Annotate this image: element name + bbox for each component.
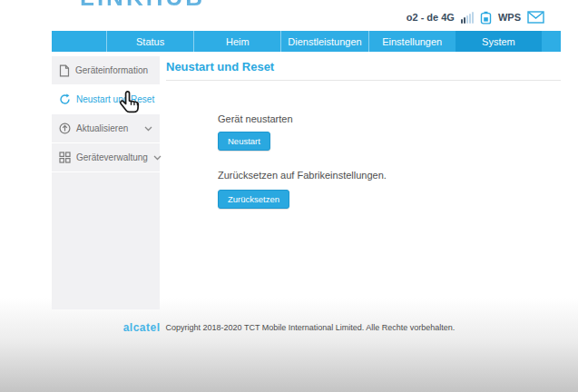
sidebar-item-aktualisieren[interactable]: Aktualisieren <box>52 114 160 142</box>
nav-spacer <box>542 31 561 52</box>
signal-icon <box>461 12 474 24</box>
document-icon <box>59 64 70 77</box>
chevron-down-icon <box>153 155 162 161</box>
sidebar-item-label: Geräteverwaltung <box>76 152 148 162</box>
copyright-text: Copyright 2018-2020 TCT Mobile Internati… <box>166 323 456 332</box>
restart-button[interactable]: Neustart <box>218 132 270 151</box>
title-divider <box>166 80 561 81</box>
restart-description: Gerät neustarten <box>218 113 293 124</box>
sidebar-item-label: Aktualisieren <box>76 123 128 133</box>
tab-system[interactable]: System <box>456 31 542 52</box>
sidebar-item-geraeteinformation[interactable]: Geräteinformation <box>52 56 160 84</box>
status-strip: o2 - de 4G WPS <box>407 8 544 26</box>
router-admin-page: LINKHUB o2 - de 4G WPS Status Heim Die <box>0 0 578 392</box>
sidebar-item-label: Neustart und Reset <box>76 94 154 104</box>
sidebar-item-neustart-und-reset[interactable]: Neustart und Reset <box>52 85 160 113</box>
linkhub-logo: LINKHUB <box>80 0 279 14</box>
factory-reset-description: Zurücksetzen auf Fabrikeinstellungen. <box>218 170 387 181</box>
sidebar-filler <box>52 172 160 309</box>
factory-reset-button[interactable]: Zurücksetzen <box>218 190 289 209</box>
message-icon[interactable] <box>527 11 544 24</box>
tab-einstellungen[interactable]: Einstellungen <box>368 31 456 52</box>
linkhub-logo-text: LINKHUB <box>80 0 279 13</box>
sidebar: Geräteinformation Neustart und Reset Akt… <box>52 56 160 309</box>
device-management-icon <box>59 152 71 163</box>
main-nav: Status Heim Dienstleistungen Einstellung… <box>52 31 561 52</box>
tab-heim[interactable]: Heim <box>193 31 280 52</box>
page-title: Neustart und Reset <box>166 60 274 74</box>
wps-label: WPS <box>498 12 521 23</box>
network-name: o2 - de 4G <box>407 12 455 23</box>
sidebar-item-geraeteverwaltung[interactable]: Geräteverwaltung <box>52 143 160 172</box>
chevron-down-icon <box>144 126 152 132</box>
sidebar-item-label: Geräteinformation <box>75 65 148 75</box>
nav-spacer <box>52 31 106 52</box>
alcatel-logo: alcatel <box>123 321 161 334</box>
battery-icon <box>480 11 492 24</box>
update-icon <box>59 122 71 134</box>
tab-status[interactable]: Status <box>106 31 193 52</box>
tab-dienstleistungen[interactable]: Dienstleistungen <box>280 31 367 52</box>
footer: alcatel Copyright 2018-2020 TCT Mobile I… <box>0 321 578 334</box>
restart-icon <box>59 93 71 105</box>
